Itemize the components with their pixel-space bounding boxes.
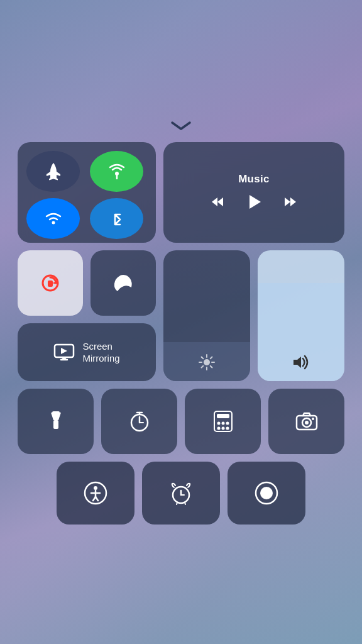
svg-point-26	[217, 422, 220, 425]
accessibility-button[interactable]	[57, 462, 134, 525]
do-not-disturb-button[interactable]	[90, 250, 156, 316]
right-mid	[163, 250, 344, 381]
svg-line-45	[177, 502, 177, 504]
top-row: Music	[18, 142, 344, 243]
flashlight-button[interactable]	[18, 389, 94, 454]
svg-point-8	[204, 359, 210, 365]
svg-point-37	[94, 486, 97, 490]
svg-point-31	[226, 427, 229, 430]
svg-line-14	[211, 366, 212, 368]
forward-button[interactable]	[282, 193, 299, 211]
svg-line-16	[202, 366, 204, 368]
svg-point-28	[226, 422, 229, 425]
svg-line-46	[185, 502, 185, 504]
svg-line-13	[202, 357, 204, 359]
screen-record-button[interactable]	[228, 462, 305, 525]
svg-rect-4	[48, 280, 53, 287]
svg-point-2	[52, 221, 55, 224]
rewind-button[interactable]	[209, 193, 226, 211]
screen-mirroring-label: ScreenMirroring	[82, 340, 119, 365]
svg-rect-18	[52, 411, 60, 414]
svg-rect-25	[217, 414, 229, 418]
camera-button[interactable]	[268, 389, 344, 454]
left-mid: ScreenMirroring	[18, 250, 156, 381]
rotation-lock-button[interactable]	[18, 250, 83, 316]
wifi-button[interactable]	[26, 198, 80, 239]
top-small-row	[18, 250, 156, 316]
music-tile[interactable]: Music	[163, 142, 344, 243]
control-center: Music	[18, 119, 344, 525]
svg-rect-17	[53, 420, 58, 429]
brightness-slider[interactable]	[163, 250, 250, 381]
music-controls	[209, 192, 299, 212]
network-tile[interactable]	[18, 142, 156, 243]
mid-section: ScreenMirroring	[18, 250, 344, 381]
bluetooth-button[interactable]	[90, 198, 143, 239]
airplane-mode-button[interactable]	[26, 151, 80, 192]
svg-marker-7	[61, 348, 67, 354]
svg-point-27	[221, 422, 224, 425]
extra-row	[18, 462, 344, 525]
music-title: Music	[238, 173, 270, 186]
svg-line-15	[211, 357, 212, 359]
wifi-hotspot-button[interactable]	[90, 151, 143, 192]
svg-point-30	[221, 427, 224, 430]
volume-slider[interactable]	[258, 250, 344, 381]
svg-point-34	[305, 421, 309, 425]
brightness-icon	[198, 353, 216, 371]
utilities-row	[18, 389, 344, 454]
screen-mirroring-button[interactable]: ScreenMirroring	[18, 323, 156, 381]
play-button[interactable]	[244, 192, 264, 212]
svg-point-35	[312, 418, 314, 420]
chevron-handle[interactable]	[168, 119, 194, 132]
timer-button[interactable]	[101, 389, 177, 454]
calculator-button[interactable]	[185, 389, 261, 454]
svg-line-41	[96, 497, 98, 501]
svg-point-48	[260, 487, 273, 499]
volume-icon	[291, 353, 311, 371]
alarm-button[interactable]	[142, 462, 220, 525]
svg-point-29	[217, 427, 220, 430]
